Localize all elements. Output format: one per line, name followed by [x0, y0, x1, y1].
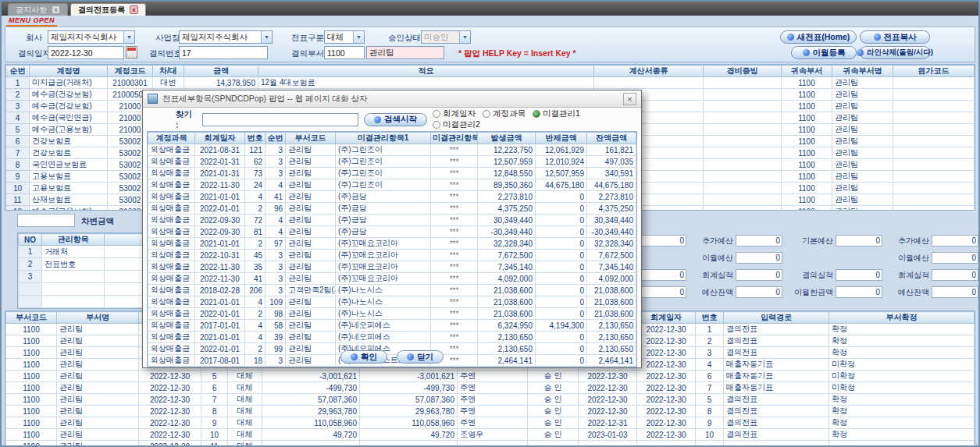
- approve-select[interactable]: 미승인 ▼: [421, 30, 471, 44]
- new-voucher-button[interactable]: 새전표(Home): [780, 30, 857, 44]
- table-cell: 미확정: [829, 382, 975, 394]
- table-row[interactable]: 1100관리팀2022-12-309대체110,058,960110,058,9…: [6, 417, 975, 429]
- budget-field-label: 회계실적: [693, 270, 733, 281]
- table-cell: 관리팀: [286, 144, 336, 156]
- tab-voucher-entry[interactable]: 결의전표등록 x: [70, 3, 146, 16]
- table-cell: 110,058,960: [360, 417, 458, 429]
- table-row[interactable]: 1100관리팀2022-12-306대체-499,730-499,730주엔승 …: [6, 382, 975, 394]
- table-cell: 4: [6, 112, 30, 124]
- table-cell: -30,349,440: [587, 226, 636, 238]
- tab-close-icon[interactable]: x: [52, 5, 60, 14]
- table-cell: 고객만족2팀(JJ: [286, 285, 336, 296]
- company-select[interactable]: 제일저지주식회사 ▼: [48, 30, 135, 44]
- radio-미결관리1[interactable]: 미결관리1: [533, 108, 580, 119]
- table-row[interactable]: 외상매출금2022-01-01296관리팀(주)금담***4,375,25004…: [148, 203, 636, 215]
- carryover-button[interactable]: 이월등록: [791, 46, 857, 59]
- budget-field-label: 이월예산: [889, 253, 929, 264]
- radio-미결관리2[interactable]: 미결관리2: [433, 119, 480, 130]
- table-row[interactable]: 외상매출금2021-01-014109관리팀(주)나노시스***21,038,6…: [148, 296, 636, 308]
- table-row[interactable]: 외상매출금2021-01-01439관리팀(주)네오피에스***2,130,65…: [148, 332, 636, 343]
- copy-voucher-button[interactable]: 전표복사: [860, 30, 930, 44]
- table-cell: 결의전표: [724, 335, 829, 347]
- budget-field-value: 0: [836, 269, 882, 281]
- radio-label: 계정과목: [493, 108, 526, 119]
- close-button[interactable]: 닫기: [397, 350, 444, 364]
- table-cell: 외상매출금: [148, 215, 195, 226]
- table-cell: ***: [431, 179, 478, 191]
- table-cell: 0: [536, 215, 587, 226]
- site-select[interactable]: 제일저지주식회사 ▼: [179, 30, 273, 44]
- table-cell: 주엔: [458, 382, 528, 394]
- radio-계정과목[interactable]: 계정과목: [483, 108, 526, 119]
- detail-item-popup: 전표세부항목(SPNDCDPop) 팝업 -- 웹 페이지 대화 상자 × 찾기…: [142, 90, 642, 368]
- column-header: 부서확정: [829, 312, 975, 324]
- table-row[interactable]: 외상매출금2021-08-311213관리팀(주)그린조이***12,223,7…: [148, 144, 636, 156]
- find-input[interactable]: [202, 113, 358, 126]
- table-row[interactable]: 외상매출금2021-01-01297관리팀(주)꼬매요코리아***32,328,…: [148, 238, 636, 250]
- confirm-button[interactable]: 확인: [340, 350, 387, 364]
- column-header: 반제금액: [536, 133, 587, 144]
- table-row[interactable]: 외상매출금2021-01-01441관리팀(주)금담***2,273,81002…: [148, 191, 636, 203]
- table-cell: 7,345,140: [478, 261, 536, 273]
- table-cell: 관리팀: [832, 147, 893, 159]
- slip-type-select[interactable]: 대체 ▼: [324, 30, 365, 44]
- tab-close-icon[interactable]: x: [130, 5, 138, 14]
- table-cell: 35: [245, 261, 265, 273]
- table-cell: 예수금(건강보험): [30, 101, 108, 112]
- table-row[interactable]: 1100관리팀2022-12-308대체29,963,78029,963,780…: [6, 406, 975, 417]
- date-value: 2022-12-30: [51, 48, 93, 58]
- table-cell: 1: [6, 77, 30, 89]
- table-cell: [704, 206, 782, 211]
- table-cell: 21,038,600: [478, 308, 536, 320]
- table-cell: 관리팀: [832, 101, 893, 112]
- table-cell: ***: [431, 261, 478, 273]
- table-row[interactable]: 외상매출금2022-11-30413관리팀(주)꼬매요코리아***4,092,0…: [148, 273, 636, 285]
- table-cell: 2018-02-28: [195, 285, 245, 296]
- table-cell: 전표번호: [42, 258, 105, 271]
- table-cell: 11: [6, 194, 30, 206]
- table-row[interactable]: 1100관리팀2022-12-3010대체49,72049,720조영우승 인2…: [6, 429, 975, 441]
- table-row[interactable]: 외상매출금2021-01-31733관리팀(주)그린조이***12,848,55…: [148, 168, 636, 179]
- table-cell: 2021-08-31: [195, 144, 245, 156]
- company-label: 회사: [26, 33, 42, 44]
- table-row[interactable]: 외상매출금2022-01-31623관리팀(주)그린조이***12,507,95…: [148, 156, 636, 168]
- copy-voucher-label: 전표복사: [884, 32, 917, 43]
- table-cell: ***: [431, 203, 478, 215]
- line-delete-button[interactable]: 라인삭제(돌림/시다): [860, 46, 930, 59]
- table-cell: 6,324,950: [478, 320, 536, 332]
- table-cell: ***: [431, 273, 478, 285]
- table-cell: [704, 101, 782, 112]
- table-cell: 97: [265, 238, 286, 250]
- table-row[interactable]: 1100관리팀2022-12-307대체57,087,36057,087,360…: [6, 394, 975, 406]
- doc-no-input[interactable]: 17: [179, 46, 268, 59]
- popup-close-icon[interactable]: ×: [623, 93, 636, 105]
- budget-field-value: 0: [932, 252, 978, 264]
- table-row[interactable]: 외상매출금2022-09-30724관리팀(주)금담***30,349,4400…: [148, 215, 636, 226]
- tab-notice[interactable]: 공지사항 x: [8, 3, 68, 16]
- table-row[interactable]: 외상매출금2022-09-30814관리팀(주)금담***-30,349,440…: [148, 226, 636, 238]
- table-cell: 외상매출금: [148, 320, 195, 332]
- table-cell: 7,345,140: [587, 261, 636, 273]
- table-cell: 결의전표: [724, 347, 829, 359]
- budget-field: 회계실적0: [889, 268, 978, 282]
- date-input[interactable]: 2022-12-30: [48, 46, 124, 59]
- menu-open-button[interactable]: MENU OPEN: [6, 16, 57, 27]
- table-cell: 대체: [228, 382, 262, 394]
- radio-회계일자[interactable]: 회계일자: [433, 108, 476, 119]
- table-row[interactable]: 1미지급금(거래처)21000301대변14,378,95012월 4대보험료1…: [6, 77, 975, 89]
- popup-titlebar[interactable]: 전표세부항목(SPNDCDPop) 팝업 -- 웹 페이지 대화 상자 ×: [143, 90, 641, 108]
- table-row[interactable]: 1100관리팀2022-12-3011대체: [6, 441, 975, 447]
- table-row[interactable]: 외상매출금2022-11-30244관리팀(주)그린조이***89,350,36…: [148, 179, 636, 191]
- table-row[interactable]: 외상매출금2018-02-282063고객만족2팀(JJ(주)나노시스***21…: [148, 285, 636, 296]
- table-row[interactable]: 외상매출금2022-01-01298관리팀(주)나노시스***21,038,60…: [148, 308, 636, 320]
- table-row[interactable]: 1100관리팀2022-12-305대체-3,001,621-3,001,621…: [6, 371, 975, 382]
- table-row[interactable]: 외상매출금2017-01-01458관리팀(주)네오피에스***6,324,95…: [148, 320, 636, 332]
- dept-label: 결의부서: [291, 48, 324, 59]
- calendar-icon[interactable]: [126, 46, 137, 59]
- table-row[interactable]: 외상매출금2022-11-30353관리팀(주)꼬매요코리아***7,345,1…: [148, 261, 636, 273]
- search-start-button[interactable]: 검색시작: [364, 113, 427, 126]
- table-cell: 44,675,180: [536, 179, 587, 191]
- table-row[interactable]: 외상매출금2022-10-31453관리팀(주)꼬매요코리아***7,672,5…: [148, 250, 636, 261]
- table-cell: 3: [6, 101, 30, 112]
- dept-code-input[interactable]: 1100: [324, 46, 365, 59]
